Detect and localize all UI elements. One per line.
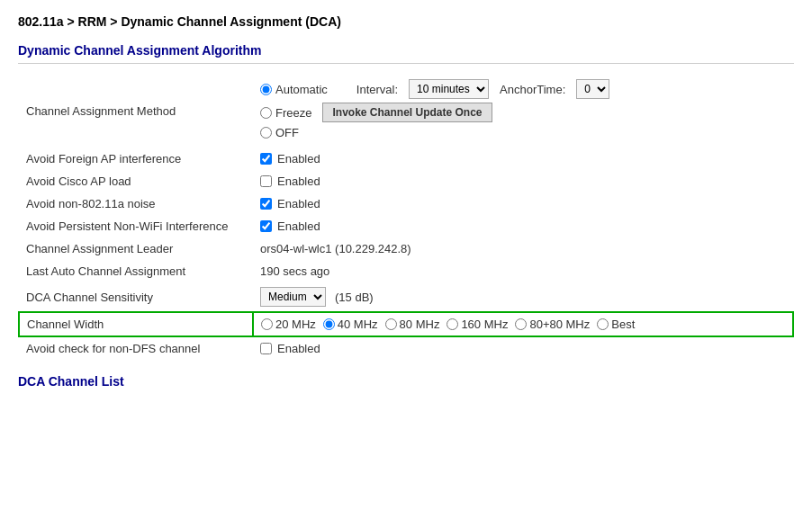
last-auto-channel-row: Last Auto Channel Assignment 190 secs ag… — [19, 260, 793, 282]
avoid-non-80211a-checkbox-label[interactable]: Enabled — [260, 197, 786, 210]
dca-db-label: (15 dB) — [335, 291, 374, 304]
avoid-non-dfs-checkbox-label[interactable]: Enabled — [260, 342, 786, 355]
avoid-persistent-checkbox[interactable] — [260, 220, 272, 232]
avoid-persistent-row: Avoid Persistent Non-WiFi Interference E… — [19, 215, 793, 237]
avoid-foreign-ap-checkbox-label[interactable]: Enabled — [260, 152, 786, 166]
channel-width-best-label: Best — [611, 318, 635, 331]
radio-automatic-input[interactable] — [260, 84, 272, 95]
anchor-label: AnchorTime: — [500, 83, 565, 96]
breadcrumb: 802.11a > RRM > Dynamic Channel Assignme… — [18, 14, 794, 29]
last-auto-channel-label: Last Auto Channel Assignment — [19, 260, 253, 282]
radio-off-label: OFF — [275, 126, 299, 139]
dca-sensitivity-select[interactable]: Low Medium High — [260, 287, 326, 307]
avoid-non-80211a-checkbox[interactable] — [260, 198, 272, 210]
channel-assignment-method-row: Channel Assignment Method Automatic Inte… — [19, 75, 793, 148]
channel-width-label: Channel Width — [19, 312, 253, 336]
channel-width-80mhz-label: 80 MHz — [400, 318, 440, 331]
avoid-cisco-ap-label: Avoid Cisco AP load — [19, 170, 253, 192]
channel-width-20mhz-input[interactable] — [261, 318, 273, 330]
avoid-non-dfs-row: Avoid check for non-DFS channel Enabled — [19, 336, 793, 360]
avoid-persistent-checkbox-label[interactable]: Enabled — [260, 219, 786, 233]
channel-width-80mhz-input[interactable] — [385, 318, 397, 330]
channel-width-20mhz-label: 20 MHz — [275, 318, 316, 331]
avoid-foreign-ap-label: Avoid Foreign AP interference — [19, 148, 253, 170]
dca-channel-sensitivity-row: DCA Channel Sensitivity Low Medium High … — [19, 282, 793, 312]
channel-assignment-method-value: Automatic Interval: 10 minutes 30 minute… — [253, 75, 793, 148]
radio-off[interactable]: OFF — [260, 126, 299, 139]
avoid-cisco-ap-value: Enabled — [253, 170, 793, 192]
channel-width-80plus80mhz-input[interactable] — [515, 318, 527, 330]
avoid-cisco-ap-enabled-label: Enabled — [277, 174, 320, 188]
avoid-cisco-ap-checkbox[interactable] — [260, 175, 272, 187]
channel-assignment-leader-label: Channel Assignment Leader — [19, 237, 253, 260]
interval-select[interactable]: 10 minutes 30 minutes 60 minutes 6 hours — [409, 79, 489, 99]
channel-assignment-leader-value: ors04-wl-wlc1 (10.229.242.8) — [253, 237, 793, 260]
avoid-foreign-ap-enabled-label: Enabled — [277, 152, 320, 166]
channel-width-20mhz[interactable]: 20 MHz — [261, 318, 316, 331]
channel-width-80plus80mhz[interactable]: 80+80 MHz — [515, 318, 590, 331]
channel-width-40mhz-input[interactable] — [323, 318, 335, 330]
avoid-non-dfs-label: Avoid check for non-DFS channel — [19, 336, 253, 360]
avoid-non-80211a-enabled-label: Enabled — [277, 197, 320, 210]
channel-width-80plus80mhz-label: 80+80 MHz — [529, 318, 590, 331]
section-title: Dynamic Channel Assignment Algorithm — [18, 43, 794, 64]
channel-width-160mhz-input[interactable] — [447, 318, 458, 330]
invoke-channel-update-button[interactable]: Invoke Channel Update Once — [322, 103, 492, 122]
radio-freeze-label: Freeze — [275, 106, 311, 120]
channel-assignment-leader-row: Channel Assignment Leader ors04-wl-wlc1 … — [19, 237, 793, 260]
channel-width-160mhz[interactable]: 160 MHz — [447, 318, 508, 331]
avoid-cisco-ap-row: Avoid Cisco AP load Enabled — [19, 170, 793, 192]
radio-freeze-input[interactable] — [260, 107, 272, 119]
last-auto-channel-value: 190 secs ago — [253, 260, 793, 282]
avoid-foreign-ap-row: Avoid Foreign AP interference Enabled — [19, 148, 793, 170]
avoid-non-dfs-enabled-label: Enabled — [277, 342, 320, 355]
avoid-foreign-ap-checkbox[interactable] — [260, 153, 272, 165]
avoid-cisco-ap-checkbox-label[interactable]: Enabled — [260, 174, 786, 188]
channel-width-80mhz[interactable]: 80 MHz — [385, 318, 440, 331]
avoid-non-80211a-label: Avoid non-802.11a noise — [19, 192, 253, 215]
channel-width-row: Channel Width 20 MHz 40 MHz 80 MHz — [19, 312, 793, 336]
avoid-persistent-value: Enabled — [253, 215, 793, 237]
channel-width-best[interactable]: Best — [597, 318, 635, 331]
channel-width-value: 20 MHz 40 MHz 80 MHz 160 MHz — [253, 312, 793, 336]
avoid-non-80211a-row: Avoid non-802.11a noise Enabled — [19, 192, 793, 215]
radio-automatic-label: Automatic — [275, 83, 328, 96]
channel-assignment-method-label: Channel Assignment Method — [19, 75, 253, 148]
radio-off-input[interactable] — [260, 127, 272, 139]
channel-width-40mhz-label: 40 MHz — [338, 318, 378, 331]
anchor-select[interactable]: 0123 4567 — [576, 79, 609, 99]
channel-width-40mhz[interactable]: 40 MHz — [323, 318, 378, 331]
channel-width-best-input[interactable] — [597, 318, 609, 330]
interval-label: Interval: — [356, 83, 398, 96]
avoid-non-dfs-value: Enabled — [253, 336, 793, 360]
radio-automatic[interactable]: Automatic — [260, 83, 328, 96]
dca-list-title: DCA Channel List — [18, 374, 794, 389]
channel-width-160mhz-label: 160 MHz — [461, 318, 508, 331]
avoid-persistent-enabled-label: Enabled — [277, 219, 320, 233]
avoid-non-80211a-value: Enabled — [253, 192, 793, 215]
avoid-non-dfs-checkbox[interactable] — [260, 343, 272, 354]
dca-channel-sensitivity-value: Low Medium High (15 dB) — [253, 282, 793, 312]
avoid-foreign-ap-value: Enabled — [253, 148, 793, 170]
radio-freeze[interactable]: Freeze — [260, 106, 311, 120]
dca-channel-sensitivity-label: DCA Channel Sensitivity — [19, 282, 253, 312]
avoid-persistent-label: Avoid Persistent Non-WiFi Interference — [19, 215, 253, 237]
